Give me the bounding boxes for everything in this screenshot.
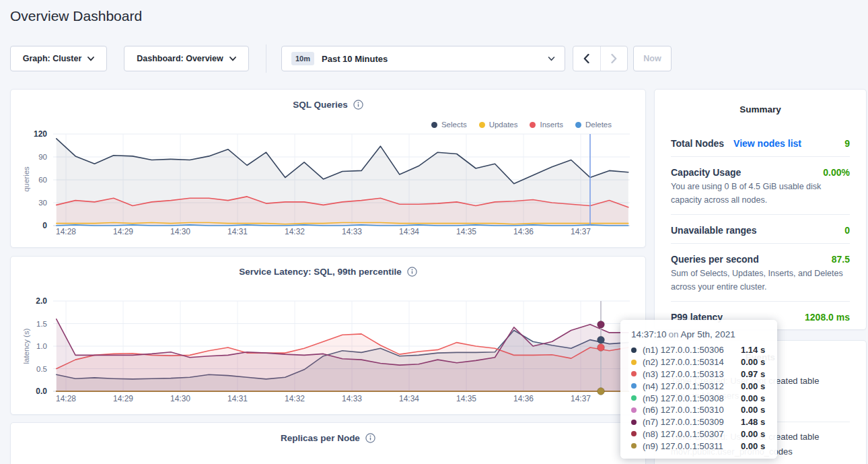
tooltip-row: (n3) 127.0.0.1:503130.97 s — [631, 368, 766, 380]
replicas-per-node-panel: Replicas per Node — [10, 422, 646, 464]
dashboard-select[interactable]: Dashboard: Overview — [124, 46, 249, 71]
tooltip-node-label: (n2) 127.0.0.1:50314 — [643, 357, 741, 367]
replicas-chart-title: Replicas per Node — [281, 433, 360, 443]
x-tick-label: 14:29 — [113, 227, 133, 236]
tooltip-node-label: (n4) 127.0.0.1:50312 — [643, 381, 741, 391]
x-tick-label: 14:37 — [571, 394, 591, 403]
tooltip-row: (n8) 127.0.0.1:503070.00 s — [631, 428, 766, 440]
summary-row-value: 87.5 — [832, 254, 850, 265]
x-tick-label: 14:29 — [113, 394, 133, 403]
y-tick-label: 1.0 — [36, 342, 47, 350]
node-color-dot — [631, 347, 637, 353]
tooltip-row: (n4) 127.0.0.1:503120.00 s — [631, 380, 766, 392]
y-tick-label: 30 — [38, 199, 47, 207]
graph-select[interactable]: Graph: Cluster — [10, 46, 107, 71]
x-tick-label: 14:35 — [456, 227, 476, 236]
tooltip-node-value: 0.00 s — [741, 405, 765, 415]
y-tick-label: 90 — [38, 153, 47, 161]
tooltip-node-value: 0.00 s — [741, 429, 765, 439]
x-tick-label: 14:37 — [571, 227, 591, 236]
tooltip-row: (n2) 127.0.0.1:503140.00 s — [631, 356, 766, 368]
sql-queries-panel: SQL Queries SelectsUpdatesInsertsDeletes… — [10, 89, 646, 248]
summary-row-description: You are using 0 B of 4.5 GiB usable disk… — [671, 180, 850, 207]
service-latency-panel: Service Latency: SQL, 99th percentile la… — [10, 256, 646, 415]
summary-row-queries-per-second: Queries per second 87.5 Sum of Selects, … — [671, 244, 850, 302]
tooltip-node-label: (n8) 127.0.0.1:50307 — [643, 429, 741, 439]
tooltip-node-label: (n6) 127.0.0.1:50310 — [643, 405, 741, 415]
hover-point-dot — [598, 336, 605, 343]
tooltip-row: (n5) 127.0.0.1:503080.00 s — [631, 392, 766, 404]
toolbar-divider — [266, 44, 266, 73]
x-tick-label: 14:34 — [399, 227, 419, 236]
tooltip-node-value: 1.48 s — [741, 417, 765, 427]
next-range-button[interactable] — [601, 46, 628, 71]
x-tick-label: 14:28 — [56, 227, 76, 236]
tooltip-row: (n6) 127.0.0.1:503100.00 s — [631, 404, 766, 416]
view-nodes-list-link[interactable]: View nodes list — [733, 138, 801, 149]
summary-row-unavailable-ranges: Unavailable ranges 0 — [671, 215, 850, 244]
summary-row-value: 1208.0 ms — [805, 312, 850, 323]
tooltip-time: 14:37:10 — [631, 329, 667, 339]
tooltip-node-label: (n9) 127.0.0.1:50311 — [643, 441, 741, 451]
tooltip-row: (n9) 127.0.0.1:503110.00 s — [631, 440, 766, 452]
chevron-right-icon — [611, 54, 617, 63]
x-tick-label: 14:36 — [513, 394, 534, 403]
tooltip-node-value: 0.97 s — [741, 369, 765, 379]
node-color-dot — [631, 407, 637, 413]
summary-row-description: Sum of Selects, Updates, Inserts, and De… — [671, 267, 850, 294]
tooltip-node-label: (n5) 127.0.0.1:50308 — [643, 393, 741, 403]
info-icon[interactable] — [365, 433, 375, 443]
time-range-select[interactable]: 10m Past 10 Minutes — [281, 46, 565, 71]
hover-point-dot — [598, 388, 605, 395]
tooltip-node-value: 0.00 s — [741, 381, 765, 391]
node-color-dot — [631, 431, 637, 436]
tooltip-node-label: (n3) 127.0.0.1:50313 — [643, 369, 741, 379]
x-tick-label: 14:32 — [285, 227, 305, 236]
sql-chart-plot[interactable]: 030609012014:2814:2914:3014:3114:3214:33… — [11, 90, 647, 248]
y-tick-label: 120 — [34, 129, 47, 139]
x-tick-label: 14:33 — [342, 227, 362, 236]
chevron-down-icon — [229, 57, 236, 61]
x-tick-label: 14:31 — [227, 394, 248, 403]
chevron-down-icon — [87, 57, 94, 61]
tooltip-node-value: 1.14 s — [741, 345, 765, 355]
tooltip-rows: (n1) 127.0.0.1:503061.14 s(n2) 127.0.0.1… — [631, 344, 766, 452]
x-tick-label: 14:35 — [456, 394, 476, 403]
tooltip-node-label: (n7) 127.0.0.1:50309 — [643, 417, 741, 427]
y-tick-label: 0.5 — [36, 365, 47, 373]
summary-row-value: 0 — [844, 225, 850, 236]
now-button[interactable]: Now — [633, 46, 672, 71]
x-tick-label: 14:36 — [513, 227, 534, 236]
x-tick-label: 14:33 — [342, 394, 362, 403]
time-range-label: Past 10 Minutes — [322, 54, 388, 64]
tooltip-node-value: 0.00 s — [741, 441, 765, 451]
chevron-down-icon — [548, 57, 555, 61]
x-tick-label: 14:30 — [170, 227, 190, 236]
tooltip-connector: on — [669, 329, 679, 339]
tooltip-date: Apr 5th, 2021 — [681, 329, 735, 339]
summary-panel: Summary Total Nodes View nodes list 9 Ca… — [654, 89, 867, 330]
node-color-dot — [631, 360, 637, 365]
node-color-dot — [631, 443, 637, 449]
latency-chart-plot[interactable]: 0.00.51.01.52.014:2814:2914:3014:3114:32… — [11, 257, 647, 416]
summary-row-value: 9 — [844, 138, 850, 149]
chevron-left-icon — [583, 54, 589, 63]
time-range-pager — [573, 46, 628, 71]
y-tick-label: 0 — [42, 221, 47, 230]
time-range-badge: 10m — [291, 52, 314, 65]
node-color-dot — [631, 383, 637, 389]
graph-select-label: Graph: Cluster — [23, 54, 82, 63]
summary-row-label: Total Nodes — [671, 138, 724, 149]
summary-row-label: Capacity Usage — [671, 167, 741, 178]
chart-hover-tooltip: 14:37:10onApr 5th, 2021 (n1) 127.0.0.1:5… — [620, 320, 777, 459]
y-tick-label: 1.5 — [36, 320, 47, 328]
dashboard-select-label: Dashboard: Overview — [137, 54, 223, 63]
summary-row-label: Unavailable ranges — [671, 225, 757, 236]
tooltip-row: (n1) 127.0.0.1:503061.14 s — [631, 344, 766, 356]
x-tick-label: 14:32 — [285, 394, 305, 403]
tooltip-node-value: 0.00 s — [741, 393, 765, 403]
x-tick-label: 14:31 — [227, 227, 248, 236]
summary-title: Summary — [655, 104, 866, 114]
prev-range-button[interactable] — [573, 46, 601, 71]
tooltip-row: (n7) 127.0.0.1:503091.48 s — [631, 416, 766, 428]
